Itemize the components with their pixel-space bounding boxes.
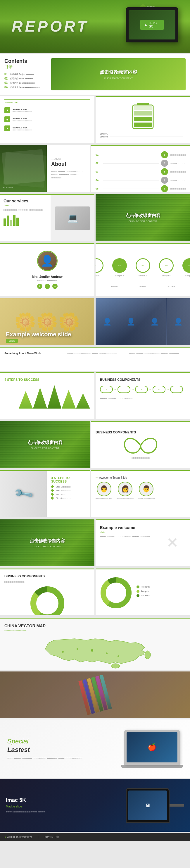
people-photo-4: 👤 bbox=[167, 298, 190, 345]
social-icon-fb[interactable]: f bbox=[45, 284, 50, 289]
option-line bbox=[103, 155, 159, 155]
option-circle: 5 bbox=[161, 185, 168, 192]
accent-bar bbox=[0, 372, 94, 373]
team-right-text: xxxxxx xxxxxxx xxxxxxxxxx xxxxxx xxxxxxx… bbox=[67, 352, 123, 355]
slide-china-map: CHINA VECTOR MAP xxxxxxxx xxxxxxxxxx bbox=[0, 618, 190, 670]
grass-title: 点击修改绿窗内容 bbox=[125, 213, 160, 218]
donut-right-svg bbox=[100, 577, 132, 609]
portfolio-sub: slide bbox=[100, 531, 151, 533]
slide-contents: Contents 目录 01 起始模板 Project xxxxxxxx 02 … bbox=[0, 54, 190, 95]
svg-rect-2 bbox=[134, 123, 152, 127]
slide-row-knife: 🔧 4 STEPS TO SUCCESS Step 1 xxxxxxxx Ste… bbox=[0, 470, 190, 518]
svg-point-18 bbox=[76, 648, 78, 650]
sample-desc-2: xxxxxx xxxxxxx xxxxxxxx bbox=[12, 120, 32, 122]
accent-bar bbox=[96, 96, 190, 97]
contents-right: 点击修改绿窗内容 CLICK TO EDIT CONTENT bbox=[51, 58, 186, 90]
sample-icon-1: ★ bbox=[4, 107, 10, 113]
accent-bar bbox=[0, 243, 94, 244]
knife-image-area: 🔧 bbox=[0, 470, 47, 517]
circle-item-5: S5 Sample 5 bbox=[182, 258, 190, 277]
biz-node-3: 3 bbox=[135, 386, 148, 393]
option-text: xxxxxxx xxxxxxxx bbox=[170, 154, 186, 156]
services-sub: xxxxxxx bbox=[3, 204, 47, 207]
list-item: 04 产品展示 Demo xxxxxxxxxxxxxxx bbox=[4, 86, 45, 89]
slide-mountains: 4 STEPS TO SUCCESS bbox=[0, 372, 94, 419]
option-text: xxxxxxx xxxxxxxx bbox=[170, 188, 186, 190]
legend-item-2: Analysis bbox=[136, 590, 186, 593]
sample-title-2: SAMPLE TEXT bbox=[12, 117, 32, 120]
level-line bbox=[110, 134, 183, 134]
slide-about: HUNGER — About About xxxxxx xxxxxxx xxxx… bbox=[0, 145, 90, 192]
biz-node-2: 2 bbox=[118, 386, 130, 393]
slide-sample-text: SAMPLE TEXT ★ SAMPLE TEXT xxxxxx xxxxxxx… bbox=[0, 96, 94, 143]
slide-portfolio: Example welcome slide xxxxxx xxxxxxx xxx… bbox=[96, 519, 190, 566]
svg-point-15 bbox=[111, 663, 120, 668]
sample-title-1: SAMPLE TEXT bbox=[12, 108, 32, 111]
pencils-group bbox=[78, 675, 112, 715]
people-photo-1: 👤 bbox=[96, 298, 119, 345]
hero-title: REPORT bbox=[12, 18, 89, 35]
step-diamond-icon bbox=[51, 496, 54, 499]
person-icon-3: 👤 bbox=[150, 318, 159, 326]
social-icon-twitter[interactable]: t bbox=[37, 284, 42, 289]
step-item-3: Step 3 xxxxxxxx bbox=[51, 493, 86, 495]
awesome-title: • • Awesome Team Slide bbox=[96, 476, 186, 479]
mountain-6 bbox=[76, 393, 90, 408]
sample-row-3: ● SAMPLE TEXT xxxxxx xxxxxxx xxxxxxxx bbox=[4, 124, 90, 133]
accent-bar bbox=[0, 470, 90, 471]
mountain-5 bbox=[62, 390, 76, 408]
social-icon-in[interactable]: in bbox=[52, 284, 58, 289]
slide-services: Our services. xxxxxxx xxxxxx xxxxxxx xxx… bbox=[0, 194, 94, 241]
person-avatar: 👤 bbox=[37, 251, 58, 271]
circle-item-2: S2 Sample 2 bbox=[112, 258, 127, 277]
slide-grass-2: 点击修改绿窗内容 CLICK TO EDIT CONTENT bbox=[0, 421, 90, 468]
portfolio-image: ✕ bbox=[155, 519, 190, 566]
slide-row-welcome: 🌼🌼🌼 Example welcome slide CLICK 👤 👤 👤 bbox=[0, 298, 190, 346]
option-item: 01 1 xxxxxxx xxxxxxxx bbox=[96, 151, 186, 158]
bottom-bar: ● A1000-1500元素集包 | 领佐·传·下载 bbox=[0, 833, 190, 841]
biz-node-5: 5 bbox=[170, 386, 183, 393]
option-circle: 4 bbox=[161, 177, 168, 184]
laptop-base bbox=[121, 765, 183, 768]
slide-row-about: HUNGER — About About xxxxxx xxxxxxx xxxx… bbox=[0, 145, 190, 193]
chain-arrow: → bbox=[149, 388, 152, 391]
circle-label-2: Sample 2 bbox=[115, 275, 124, 277]
accent-bar bbox=[4, 99, 90, 100]
cta-button[interactable]: ▶ LET'S GO bbox=[140, 20, 164, 30]
about-title: About bbox=[51, 161, 86, 167]
option-item: 03 3 xxxxxxx xxxxxxxx bbox=[96, 168, 186, 175]
team-text-layout: Something About Team Work xxxxxx xxxxxxx… bbox=[4, 352, 186, 355]
imac-screen-icon: 🖥 bbox=[145, 803, 150, 809]
portfolio-content: Example welcome slide xxxxxx xxxxxxx xxx… bbox=[96, 519, 155, 566]
circles-row: S1 Sample 1 S2 Sample 2 S3 Sample 3 S4 S… bbox=[100, 252, 186, 282]
grass-sub: CLICK TO EDIT CONTENT bbox=[125, 220, 160, 222]
about-text: xxxxxx xxxxxxx xxxxxxxxxx xxxxxx xxxxxxx… bbox=[51, 169, 86, 180]
donut-area bbox=[4, 586, 90, 615]
circle-ring-3: S3 bbox=[136, 258, 150, 273]
social-icons: t f in bbox=[37, 284, 58, 289]
legend-dot-1 bbox=[136, 586, 139, 588]
team-right-text-2: xxxxxx xxxxxxx xxxxxxxxxx xxxxxx xxxxxxx… bbox=[129, 352, 186, 355]
circle-ring-2: S2 bbox=[112, 258, 127, 273]
about-left-photo: HUNGER bbox=[0, 145, 47, 192]
awesome-member-1: 👨 xxxxxx xxxxxxxx xxxx bbox=[96, 482, 112, 499]
awesome-member-3: 👨 xxxxxx xxxxxxxx xxxx bbox=[138, 482, 155, 499]
accent-bar bbox=[96, 519, 190, 520]
slide-donut-right: Research Analysis → Others bbox=[96, 568, 190, 615]
welcome-cta-btn[interactable]: CLICK bbox=[6, 339, 18, 343]
svg-point-17 bbox=[106, 652, 107, 654]
grass-laptop-content: 点击修改绿窗内容 CLICK TO EDIT CONTENT bbox=[30, 538, 65, 548]
team-desc-text: xxxxxx xxxxxxx xxxxxxxxxx xxxxxx xxxxxxx… bbox=[67, 352, 123, 355]
person-name: Mrs. Jenifer Andrew bbox=[32, 275, 63, 278]
list-item: 02 公司简介 About xxxxxxxx bbox=[4, 77, 45, 80]
slide-circles: S1 Sample 1 S2 Sample 2 S3 Sample 3 S4 S… bbox=[96, 243, 190, 296]
person-icon-4: 👤 bbox=[174, 318, 183, 326]
infinity-text: xxxxxxx xxxxxxxxxx bbox=[131, 457, 149, 459]
sample-row-2: ◆ SAMPLE TEXT xxxxxx xxxxxxx xxxxxxxx bbox=[4, 115, 90, 124]
biz-sub-text: xxxxxxx xxxxxxxx xxxxxxxx xxxxxxxx bbox=[100, 398, 186, 400]
slide-row-services: Our services. xxxxxxx xxxxxx xxxxxxx xxx… bbox=[0, 194, 190, 242]
sample-icon-2: ◆ bbox=[4, 116, 10, 122]
biz-title: BUSINESS COMPONENTS bbox=[100, 378, 186, 381]
option-text: xxxxxxx xxxxxxxx bbox=[170, 171, 186, 173]
step-item-1: Step 1 xxxxxxxx bbox=[51, 486, 86, 488]
